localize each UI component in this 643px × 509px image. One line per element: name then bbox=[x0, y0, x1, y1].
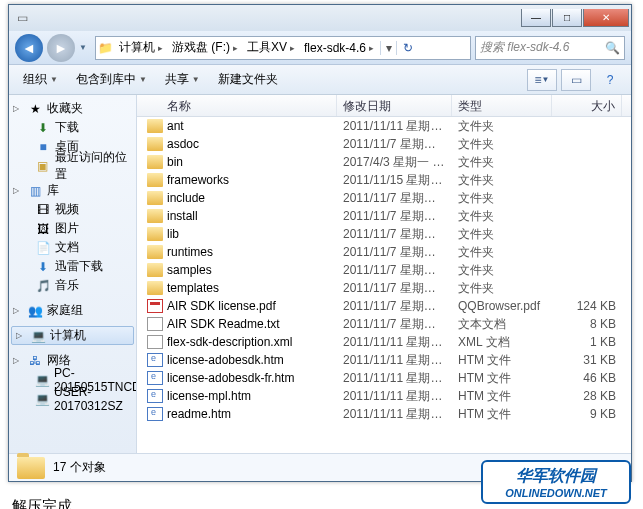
file-date: 2011/11/11 星期… bbox=[337, 118, 452, 135]
sidebar-music[interactable]: 🎵音乐 bbox=[9, 276, 136, 295]
file-type: HTM 文件 bbox=[452, 352, 552, 369]
table-row[interactable]: flex-sdk-description.xml2011/11/11 星期…XM… bbox=[137, 333, 631, 351]
sidebar-xunlei[interactable]: ⬇迅雷下载 bbox=[9, 257, 136, 276]
table-row[interactable]: license-mpl.htm2011/11/11 星期…HTM 文件28 KB bbox=[137, 387, 631, 405]
table-row[interactable]: templates2011/11/7 星期一…文件夹 bbox=[137, 279, 631, 297]
file-icon bbox=[147, 299, 163, 313]
table-row[interactable]: bin2017/4/3 星期一 …文件夹 bbox=[137, 153, 631, 171]
table-row[interactable]: license-adobesdk.htm2011/11/11 星期…HTM 文件… bbox=[137, 351, 631, 369]
xunlei-icon: ⬇ bbox=[35, 260, 51, 274]
sidebar-pictures[interactable]: 🖼图片 bbox=[9, 219, 136, 238]
file-type: 文件夹 bbox=[452, 190, 552, 207]
computer-icon: 💻 bbox=[30, 329, 46, 343]
search-input[interactable]: 搜索 flex-sdk-4.6 🔍 bbox=[475, 36, 625, 60]
file-name: frameworks bbox=[167, 173, 229, 187]
file-date: 2011/11/11 星期… bbox=[337, 352, 452, 369]
file-size: 46 KB bbox=[552, 371, 622, 385]
search-icon[interactable]: 🔍 bbox=[605, 41, 620, 55]
system-menu-icon[interactable]: ▭ bbox=[11, 7, 33, 29]
file-name: license-mpl.htm bbox=[167, 389, 251, 403]
table-row[interactable]: license-adobesdk-fr.htm2011/11/11 星期…HTM… bbox=[137, 369, 631, 387]
sidebar-pc2[interactable]: 💻USER-20170312SZ bbox=[9, 389, 136, 408]
col-size[interactable]: 大小 bbox=[552, 95, 622, 116]
table-row[interactable]: samples2011/11/7 星期一…文件夹 bbox=[137, 261, 631, 279]
sidebar-recent[interactable]: ▣最近访问的位置 bbox=[9, 156, 136, 175]
share-button[interactable]: 共享▼ bbox=[157, 68, 208, 91]
file-name: lib bbox=[167, 227, 179, 241]
file-size: 124 KB bbox=[552, 299, 622, 313]
col-type[interactable]: 类型 bbox=[452, 95, 552, 116]
sidebar-computer[interactable]: ▷💻计算机 bbox=[11, 326, 134, 345]
file-list: 名称 修改日期 类型 大小 ant2011/11/11 星期…文件夹asdoc2… bbox=[137, 95, 631, 453]
history-dropdown[interactable]: ▼ bbox=[79, 43, 91, 52]
toolbar: 组织▼ 包含到库中▼ 共享▼ 新建文件夹 ≡ ▼ ▭ ? bbox=[9, 65, 631, 95]
col-name[interactable]: 名称 bbox=[137, 95, 337, 116]
maximize-button[interactable]: □ bbox=[552, 9, 582, 27]
file-name: asdoc bbox=[167, 137, 199, 151]
table-row[interactable]: AIR SDK license.pdf2011/11/7 星期…QQBrowse… bbox=[137, 297, 631, 315]
organize-button[interactable]: 组织▼ bbox=[15, 68, 66, 91]
file-name: AIR SDK license.pdf bbox=[167, 299, 276, 313]
table-row[interactable]: ant2011/11/11 星期…文件夹 bbox=[137, 117, 631, 135]
table-row[interactable]: install2011/11/7 星期一…文件夹 bbox=[137, 207, 631, 225]
sidebar-videos[interactable]: 🎞视频 bbox=[9, 200, 136, 219]
star-icon: ★ bbox=[27, 102, 43, 116]
view-mode-button[interactable]: ≡ ▼ bbox=[527, 69, 557, 91]
download-icon: ⬇ bbox=[35, 121, 51, 135]
table-row[interactable]: asdoc2011/11/7 星期一…文件夹 bbox=[137, 135, 631, 153]
pc-icon: 💻 bbox=[35, 392, 50, 406]
crumb-drive[interactable]: 游戏盘 (F:)▸ bbox=[169, 37, 244, 59]
sidebar-favorites[interactable]: ▷★收藏夹 bbox=[9, 99, 136, 118]
crumb-tools[interactable]: 工具XV▸ bbox=[244, 37, 301, 59]
homegroup-icon: 👥 bbox=[27, 304, 43, 318]
file-size: 31 KB bbox=[552, 353, 622, 367]
sidebar-downloads[interactable]: ⬇下载 bbox=[9, 118, 136, 137]
file-type: 文件夹 bbox=[452, 244, 552, 261]
minimize-button[interactable]: — bbox=[521, 9, 551, 27]
address-dropdown[interactable]: ▾ bbox=[380, 41, 396, 55]
table-row[interactable]: include2011/11/7 星期一…文件夹 bbox=[137, 189, 631, 207]
file-icon bbox=[147, 335, 163, 349]
file-name: readme.htm bbox=[167, 407, 231, 421]
table-row[interactable]: frameworks2011/11/15 星期…文件夹 bbox=[137, 171, 631, 189]
file-date: 2011/11/7 星期… bbox=[337, 298, 452, 315]
help-button[interactable]: ? bbox=[595, 69, 625, 91]
file-name: license-adobesdk-fr.htm bbox=[167, 371, 294, 385]
sidebar-documents[interactable]: 📄文档 bbox=[9, 238, 136, 257]
file-date: 2011/11/7 星期… bbox=[337, 316, 452, 333]
address-bar[interactable]: 📁 计算机▸ 游戏盘 (F:)▸ 工具XV▸ flex-sdk-4.6▸ ▾ ↻ bbox=[95, 36, 471, 60]
library-icon: ▥ bbox=[27, 184, 43, 198]
include-library-button[interactable]: 包含到库中▼ bbox=[68, 68, 155, 91]
folder-icon bbox=[147, 209, 163, 223]
col-date[interactable]: 修改日期 bbox=[337, 95, 452, 116]
file-size: 9 KB bbox=[552, 407, 622, 421]
table-row[interactable]: runtimes2011/11/7 星期一…文件夹 bbox=[137, 243, 631, 261]
preview-pane-button[interactable]: ▭ bbox=[561, 69, 591, 91]
new-folder-button[interactable]: 新建文件夹 bbox=[210, 68, 286, 91]
folder-icon bbox=[147, 281, 163, 295]
table-row[interactable]: readme.htm2011/11/11 星期…HTM 文件9 KB bbox=[137, 405, 631, 423]
table-row[interactable]: lib2011/11/7 星期一…文件夹 bbox=[137, 225, 631, 243]
file-date: 2011/11/11 星期… bbox=[337, 388, 452, 405]
crumb-current[interactable]: flex-sdk-4.6▸ bbox=[301, 37, 380, 59]
file-name: ant bbox=[167, 119, 184, 133]
file-type: 文本文档 bbox=[452, 316, 552, 333]
navbar: ◄ ► ▼ 📁 计算机▸ 游戏盘 (F:)▸ 工具XV▸ flex-sdk-4.… bbox=[9, 31, 631, 65]
refresh-button[interactable]: ↻ bbox=[396, 41, 418, 55]
folder-icon bbox=[147, 173, 163, 187]
sidebar-homegroup[interactable]: ▷👥家庭组 bbox=[9, 301, 136, 320]
file-type: 文件夹 bbox=[452, 280, 552, 297]
table-row[interactable]: AIR SDK Readme.txt2011/11/7 星期…文本文档8 KB bbox=[137, 315, 631, 333]
close-button[interactable]: ✕ bbox=[583, 9, 629, 27]
sidebar: ▷★收藏夹 ⬇下载 ■桌面 ▣最近访问的位置 ▷▥库 🎞视频 🖼图片 📄文档 ⬇… bbox=[9, 95, 137, 453]
file-name: templates bbox=[167, 281, 219, 295]
sidebar-libraries[interactable]: ▷▥库 bbox=[9, 181, 136, 200]
explorer-window: ▭ — □ ✕ ◄ ► ▼ 📁 计算机▸ 游戏盘 (F:)▸ 工具XV▸ fle… bbox=[8, 4, 632, 482]
forward-button[interactable]: ► bbox=[47, 34, 75, 62]
back-button[interactable]: ◄ bbox=[15, 34, 43, 62]
folder-icon bbox=[147, 137, 163, 151]
file-date: 2011/11/11 星期… bbox=[337, 370, 452, 387]
file-date: 2011/11/7 星期一… bbox=[337, 244, 452, 261]
crumb-computer[interactable]: 计算机▸ bbox=[116, 37, 169, 59]
file-icon bbox=[147, 317, 163, 331]
